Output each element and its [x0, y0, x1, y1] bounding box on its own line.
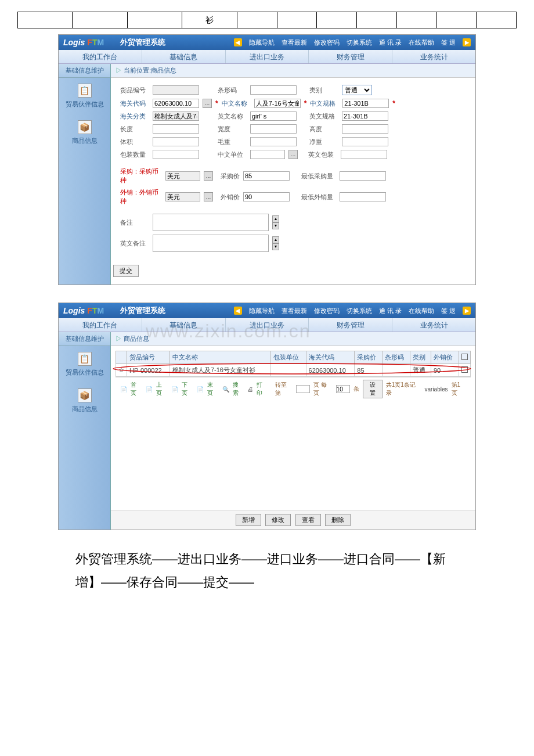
header-link-logout[interactable]: 签 退 — [441, 307, 456, 315]
nav-left-icon[interactable]: ◀ — [234, 307, 242, 315]
col-goods-no[interactable]: 货品编号 — [127, 351, 170, 364]
menu-workbench[interactable]: 我的工作台 — [59, 318, 142, 332]
scroll-up-icon[interactable]: ▴ — [272, 215, 279, 222]
header-link-hide-nav[interactable]: 隐藏导航 — [249, 38, 275, 47]
header-link-password[interactable]: 修改密码 — [314, 38, 340, 47]
header-link-help[interactable]: 在线帮助 — [409, 307, 434, 315]
menu-base-info[interactable]: 基础信息 — [142, 50, 226, 63]
gross-input[interactable] — [250, 137, 297, 146]
height-input[interactable] — [342, 124, 388, 134]
category-label: 类别 — [309, 86, 338, 95]
header-link-contacts[interactable]: 通 讯 录 — [379, 307, 402, 315]
net-input[interactable] — [342, 137, 388, 146]
row-checkbox[interactable] — [461, 366, 468, 373]
sales-price-input[interactable] — [243, 192, 290, 201]
volume-input[interactable] — [153, 137, 199, 146]
min-sales-label: 最低外销量 — [301, 193, 336, 201]
pager-set-button[interactable]: 设置 — [363, 380, 383, 398]
cn-spec-input[interactable] — [342, 99, 389, 108]
purchase-price-input[interactable] — [243, 171, 290, 181]
col-barcode[interactable]: 条形码 — [383, 351, 410, 364]
purchase-curr-picker[interactable]: … — [204, 171, 213, 181]
header-link-switch[interactable]: 切换系统 — [347, 38, 372, 47]
pager-search[interactable]: 搜索 — [233, 381, 244, 397]
sales-curr-picker[interactable]: … — [204, 192, 213, 201]
pager-next[interactable]: 下页 — [182, 381, 193, 397]
delete-button[interactable]: 删除 — [325, 514, 351, 526]
header-link-hide-nav[interactable]: 隐藏导航 — [249, 307, 275, 315]
sidebar-item-partner[interactable]: 📋 贸易伙伴信息 — [59, 346, 110, 383]
nav-right-icon[interactable]: ▶ — [463, 307, 471, 315]
sidebar-item-partner[interactable]: 📋 贸易伙伴信息 — [59, 78, 110, 114]
pager-bar: 📄首页 📄上页 📄下页 📄末页 🔍搜索 🖨打印 转至第 页 每页 条 设置 — [116, 377, 471, 401]
customs-code-input[interactable] — [153, 99, 199, 108]
customs-class-input[interactable] — [153, 111, 199, 121]
nav-left-icon[interactable]: ◀ — [234, 38, 242, 46]
scroll-down-icon[interactable]: ▾ — [272, 222, 279, 229]
menu-workbench[interactable]: 我的工作台 — [59, 50, 142, 63]
menu-stats[interactable]: 业务统计 — [392, 318, 475, 332]
remark-label: 备注 — [120, 218, 149, 227]
header-link-password[interactable]: 修改密码 — [314, 307, 340, 315]
en-spec-label: 英文规格 — [309, 112, 338, 121]
cn-unit-input[interactable] — [250, 150, 285, 159]
header-link-help[interactable]: 在线帮助 — [409, 38, 434, 47]
col-cn-name[interactable]: 中文名称 — [169, 351, 270, 364]
col-customs-code[interactable]: 海关代码 — [306, 351, 355, 364]
col-purchase-price[interactable]: 采购价 — [355, 351, 383, 364]
sidebar-item-goods[interactable]: 📦 商品信息 — [59, 383, 110, 419]
goods-no-input[interactable] — [153, 85, 199, 95]
pager-current: 第1页 — [452, 381, 466, 397]
en-pack-input[interactable] — [341, 150, 387, 159]
menu-base-info[interactable]: 基础信息 — [142, 318, 226, 332]
en-name-input[interactable] — [250, 111, 297, 121]
barcode-input[interactable] — [250, 85, 297, 95]
header-link-switch[interactable]: 切换系统 — [347, 307, 372, 315]
header-link-latest[interactable]: 查看最新 — [282, 307, 307, 315]
menu-import-export[interactable]: 进出口业务 — [226, 50, 309, 63]
menu-finance[interactable]: 财务管理 — [309, 318, 392, 332]
nav-right-icon[interactable]: ▶ — [463, 38, 471, 46]
pager-first[interactable]: 首页 — [131, 381, 142, 397]
edit-button[interactable]: 修改 — [265, 514, 291, 526]
pager-prev[interactable]: 上页 — [156, 381, 168, 397]
en-remark-textarea[interactable] — [153, 235, 269, 252]
menu-stats[interactable]: 业务统计 — [392, 50, 475, 63]
sidebar-item-label: 贸易伙伴信息 — [61, 368, 108, 377]
scroll-down-icon[interactable]: ▾ — [272, 243, 279, 250]
col-category[interactable]: 类别 — [410, 351, 431, 364]
menu-import-export[interactable]: 进出口业务 — [226, 318, 309, 332]
sales-curr-input[interactable] — [165, 192, 200, 201]
min-purchase-input[interactable] — [340, 171, 386, 181]
pager-print[interactable]: 打印 — [257, 381, 268, 397]
length-input[interactable] — [153, 124, 199, 134]
add-button[interactable]: 新增 — [236, 514, 261, 526]
header-link-latest[interactable]: 查看最新 — [282, 38, 307, 47]
pack-qty-input[interactable] — [153, 150, 199, 159]
submit-button[interactable]: 提交 — [113, 265, 139, 277]
pager-last[interactable]: 末页 — [207, 381, 219, 397]
width-input[interactable] — [250, 124, 297, 134]
col-sales-price[interactable]: 外销价 — [431, 351, 459, 364]
logo-ftm: FTM — [87, 38, 104, 47]
logo-text: Logis — [63, 38, 85, 47]
scroll-up-icon[interactable]: ▴ — [272, 236, 279, 243]
menu-finance[interactable]: 财务管理 — [309, 50, 392, 63]
view-button[interactable]: 查看 — [295, 514, 321, 526]
en-spec-input[interactable] — [342, 111, 388, 121]
table-row[interactable]: ☆ HP-000022 棉制女成人及7-16号女童衬衫 62063000.10 … — [116, 364, 471, 377]
category-select[interactable]: 普通 — [342, 85, 372, 95]
customs-code-picker[interactable]: … — [203, 99, 212, 108]
min-sales-input[interactable] — [340, 192, 386, 201]
header-link-logout[interactable]: 签 退 — [441, 38, 456, 47]
sidebar-item-goods[interactable]: 📦 商品信息 — [59, 114, 110, 151]
remark-textarea[interactable] — [153, 214, 269, 231]
purchase-curr-input[interactable] — [165, 171, 200, 181]
pager-goto-input[interactable] — [296, 385, 310, 393]
cn-unit-picker[interactable]: … — [288, 150, 298, 159]
pager-per-input[interactable] — [336, 385, 350, 393]
cn-name-input[interactable] — [254, 99, 301, 108]
select-all-checkbox[interactable] — [461, 354, 468, 360]
header-link-contacts[interactable]: 通 讯 录 — [379, 38, 402, 47]
col-pack-unit[interactable]: 包装单位 — [270, 351, 306, 364]
